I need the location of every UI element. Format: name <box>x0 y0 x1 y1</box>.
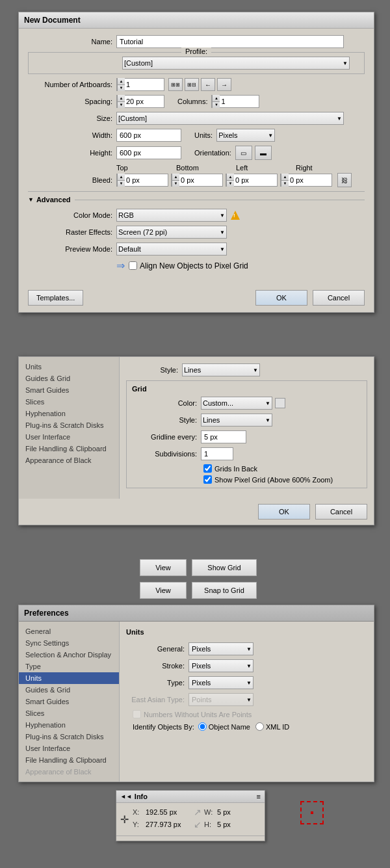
artboards-input[interactable] <box>125 79 164 90</box>
width-input[interactable] <box>116 129 181 142</box>
sidebar-plugins[interactable]: Plug-ins & Scratch Disks <box>19 419 119 431</box>
height-label: Height: <box>28 149 112 157</box>
show-grid-button[interactable]: Show Grid <box>192 559 257 576</box>
columns-up[interactable]: ▲ <box>213 95 220 102</box>
prefs-item-type[interactable]: Type <box>19 661 119 672</box>
subdivisions-input[interactable] <box>201 447 233 460</box>
show-pixel-grid-checkbox[interactable] <box>203 475 212 484</box>
color-mode-dropdown[interactable]: RGB <box>116 209 227 222</box>
view-button-1[interactable]: View <box>140 559 187 576</box>
orientation-portrait-icon[interactable]: ▭ <box>235 146 252 160</box>
y-coord-row: Y: 277.973 px ↙ H: 5 px <box>133 819 263 830</box>
prefs-item-file-handling[interactable]: File Handling & Clipboard <box>19 754 119 766</box>
units-dropdown[interactable]: Pixels <box>216 129 275 142</box>
sidebar-smart-guides[interactable]: Smart Guides <box>19 384 119 396</box>
prefs-item-smart-guides[interactable]: Smart Guides <box>19 696 119 707</box>
numbers-without-units-checkbox[interactable] <box>133 710 141 718</box>
prefs-bottom-titlebar: Preferences <box>19 605 374 622</box>
bleed-left-input[interactable] <box>234 174 270 186</box>
info-menu-icon[interactable]: ≡ <box>257 793 261 800</box>
size-dropdown[interactable]: [Custom] <box>116 112 344 125</box>
guides-grid-ok-button[interactable]: OK <box>258 504 310 519</box>
bleed-right-up[interactable]: ▲ <box>281 174 289 181</box>
grid-color-dropdown[interactable]: Custom... <box>201 397 272 410</box>
artboards-up[interactable]: ▲ <box>118 78 125 85</box>
bleed-right-down[interactable]: ▼ <box>281 181 289 187</box>
sidebar-slices[interactable]: Slices <box>19 396 119 408</box>
bleed-right-input[interactable] <box>289 174 325 186</box>
prefs-item-ui[interactable]: User Interface <box>19 743 119 754</box>
general-units-label: General: <box>126 645 185 653</box>
prefs-item-guides[interactable]: Guides & Grid <box>19 684 119 696</box>
grids-in-back-checkbox[interactable] <box>203 464 212 473</box>
prefs-bottom-content: Units General: Pixels Stroke: Pixels <box>120 622 374 782</box>
bleed-left-up[interactable]: ▲ <box>227 174 234 181</box>
grid-color-row: Color: Custom... <box>132 397 361 410</box>
type-units-dropdown[interactable]: Pixels <box>188 676 254 689</box>
bleed-top-up[interactable]: ▲ <box>118 174 125 181</box>
name-row: Name: <box>28 35 365 48</box>
object-name-radio[interactable] <box>198 722 207 731</box>
snap-to-grid-button[interactable]: Snap to Grid <box>192 582 257 599</box>
raster-effects-dropdown[interactable]: Screen (72 ppi) <box>116 226 227 239</box>
prefs-item-units[interactable]: Units <box>19 672 119 684</box>
gridline-input[interactable] <box>201 430 246 443</box>
prefs-item-slices[interactable]: Slices <box>19 707 119 719</box>
artboards-down[interactable]: ▼ <box>118 85 125 92</box>
stroke-units-dropdown[interactable]: Pixels <box>188 659 254 672</box>
templates-button[interactable]: Templates... <box>28 290 83 306</box>
sidebar-guides-grid[interactable]: Guides & Grid <box>19 373 119 384</box>
prefs-item-hyphenation[interactable]: Hyphenation <box>19 719 119 731</box>
bleed-bottom-up[interactable]: ▲ <box>172 174 179 181</box>
info-expand-icon[interactable]: ◄◄ <box>120 793 132 800</box>
sidebar-hyphenation[interactable]: Hyphenation <box>19 408 119 419</box>
prefs-item-selection[interactable]: Selection & Anchor Display <box>19 649 119 661</box>
guides-style-dropdown[interactable]: Lines <box>182 363 260 376</box>
east-asian-dropdown[interactable]: Points <box>188 693 254 706</box>
height-input[interactable] <box>116 146 181 159</box>
sidebar-file-handling[interactable]: File Handling & Clipboard <box>19 443 119 454</box>
spacing-down[interactable]: ▼ <box>118 102 125 109</box>
bleed-chain-icon[interactable]: ⛓ <box>337 173 352 187</box>
orientation-landscape-icon[interactable]: ▬ <box>255 146 272 160</box>
advanced-header[interactable]: ▼ Advanced <box>28 196 365 204</box>
prefs-item-plugins[interactable]: Plug-ins & Scratch Disks <box>19 731 119 743</box>
prefs-item-general[interactable]: General <box>19 625 119 637</box>
sidebar-user-interface[interactable]: User Interface <box>19 431 119 443</box>
bleed-bottom-down[interactable]: ▼ <box>172 181 179 187</box>
guides-grid-cancel-button[interactable]: Cancel <box>315 504 367 519</box>
prefs-item-sync[interactable]: Sync Settings <box>19 637 119 649</box>
cancel-button[interactable]: Cancel <box>313 290 365 306</box>
preview-mode-dropdown[interactable]: Default <box>116 243 227 256</box>
info-title-left: ◄◄ Info <box>120 793 148 800</box>
artboard-next-icon[interactable]: → <box>217 78 231 91</box>
artboard-arrange-icon[interactable]: ⊞⊟ <box>185 78 199 91</box>
sidebar-units[interactable]: Units <box>19 361 119 373</box>
general-units-dropdown[interactable]: Pixels <box>188 642 254 655</box>
bleed-top-input[interactable] <box>125 174 161 186</box>
bleed-left-down[interactable]: ▼ <box>227 181 234 187</box>
bleed-left-label: Left <box>236 164 296 172</box>
prefs-item-appearance[interactable]: Appearance of Black <box>19 766 119 778</box>
spacing-up[interactable]: ▲ <box>118 95 125 102</box>
red-square-indicator <box>299 800 325 826</box>
grid-style-dropdown[interactable]: Lines <box>201 414 272 427</box>
raster-effects-label: Raster Effects: <box>28 228 112 236</box>
xml-id-radio[interactable] <box>255 722 264 731</box>
bleed-top-down[interactable]: ▼ <box>118 181 125 187</box>
name-input[interactable] <box>116 35 344 48</box>
align-checkbox[interactable] <box>129 261 137 270</box>
columns-input[interactable] <box>220 96 259 107</box>
sidebar-appearance[interactable]: Appearance of Black <box>19 454 119 466</box>
artboard-grid-icon[interactable]: ⊞⊞ <box>168 78 183 91</box>
profile-dropdown[interactable]: [Custom] <box>122 57 350 70</box>
spacing-input[interactable] <box>125 96 164 107</box>
columns-down[interactable]: ▼ <box>213 102 220 109</box>
bleed-bottom-input[interactable] <box>179 174 216 186</box>
view-button-2[interactable]: View <box>140 582 187 599</box>
artboard-prev-icon[interactable]: ← <box>201 78 215 91</box>
grid-color-swatch[interactable] <box>275 398 285 408</box>
prefs-bottom-title: Preferences <box>24 609 69 618</box>
ok-button[interactable]: OK <box>255 290 307 306</box>
grid-checkboxes: Grids In Back Show Pixel Grid (Above 600… <box>203 464 361 484</box>
